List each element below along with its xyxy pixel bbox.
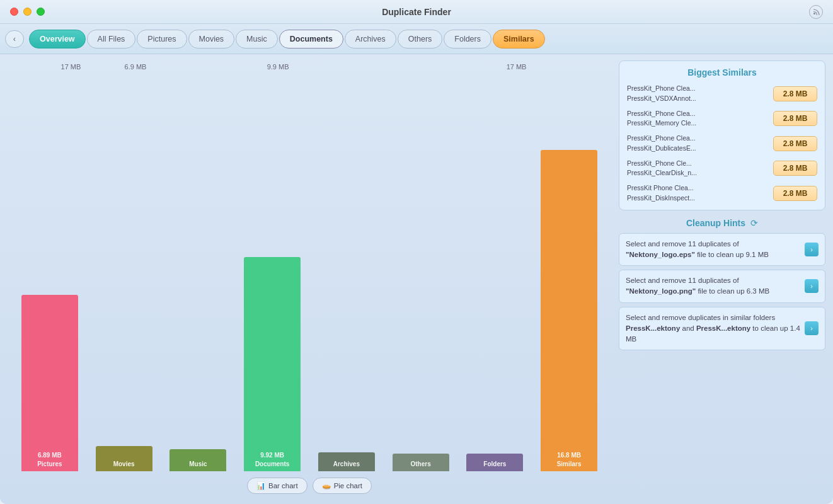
bar-group-others[interactable]: Others: [384, 73, 458, 471]
titlebar: Duplicate Finder: [0, 0, 833, 24]
cleanup-hints-section: Cleanup Hints ⟳ Select and remove 11 dup…: [619, 218, 825, 355]
bar-chart-icon: 📊: [256, 481, 265, 490]
bar-group-folders[interactable]: Folders: [458, 73, 532, 471]
cleanup-hints-title: Cleanup Hints: [686, 218, 745, 228]
tab-overview[interactable]: Overview: [29, 30, 86, 49]
chart-controls: 📊 Bar chart 🥧 Pie chart: [6, 471, 612, 498]
hint-text-1: Select and remove 11 duplicates of "Nekt…: [626, 239, 801, 261]
similar-names-5: PressKit Phone Clea... PressKit_DiskInsp…: [627, 183, 768, 203]
similar-size-4: 2.8 MB: [773, 161, 817, 176]
refresh-icon[interactable]: ⟳: [750, 218, 758, 228]
bar-others-label: Others: [393, 460, 449, 469]
bar-others[interactable]: Others: [393, 454, 449, 471]
hint-arrow-3[interactable]: ›: [805, 321, 819, 335]
similar-size-1: 2.8 MB: [773, 86, 817, 101]
bar-pictures[interactable]: 6.89 MB Pictures: [21, 295, 78, 471]
hint-text-2: Select and remove 11 duplicates of "Nekt…: [626, 275, 801, 297]
top-label-documents: 9.9 MB: [267, 63, 289, 71]
bar-similars[interactable]: 16.8 MB Similars: [541, 150, 597, 471]
chart-area: 17 MB 6.9 MB 9.9 MB 17 MB 6.89 MB Pictur…: [0, 54, 619, 504]
bar-archives-label: Archives: [318, 460, 375, 469]
hint-arrow-2[interactable]: ›: [805, 279, 819, 293]
back-button[interactable]: ‹: [5, 30, 24, 48]
bar-group-pictures[interactable]: 6.89 MB Pictures: [13, 73, 87, 471]
bar-pictures-label: 6.89 MB Pictures: [21, 451, 78, 469]
similar-row-3[interactable]: PressKit_Phone Clea... PressKit_Dublicat…: [627, 134, 817, 154]
tab-pictures[interactable]: Pictures: [137, 30, 187, 49]
bar-group-movies[interactable]: Movies: [87, 73, 161, 471]
maximize-button[interactable]: [37, 8, 45, 16]
bar-folders[interactable]: Folders: [466, 454, 523, 471]
similar-row-5[interactable]: PressKit Phone Clea... PressKit_DiskInsp…: [627, 183, 817, 203]
bar-movies-label: Movies: [96, 460, 152, 469]
bar-group-documents[interactable]: 9.92 MB Documents: [235, 73, 309, 471]
tab-music[interactable]: Music: [236, 30, 278, 49]
similar-names-4: PressKit_Phone Cle... PressKit_ClearDisk…: [627, 159, 768, 179]
svg-point-0: [813, 13, 815, 14]
bar-group-archives[interactable]: Archives: [309, 73, 384, 471]
hint-row-3[interactable]: Select and remove duplicates in similar …: [619, 307, 825, 351]
similar-row-2[interactable]: PressKit_Phone Clea... PressKit_Memory C…: [627, 109, 817, 129]
tab-similars[interactable]: Similars: [493, 30, 545, 49]
close-button[interactable]: [10, 8, 18, 16]
hint-row-1[interactable]: Select and remove 11 duplicates of "Nekt…: [619, 233, 825, 266]
top-label-movies: 6.9 MB: [125, 63, 147, 71]
similar-row-1[interactable]: PressKit_Phone Clea... PressKit_VSDXAnno…: [627, 84, 817, 104]
pie-chart-icon: 🥧: [322, 481, 331, 490]
tab-others[interactable]: Others: [398, 30, 443, 49]
tab-folders[interactable]: Folders: [444, 30, 491, 49]
app-title: Duplicate Finder: [382, 7, 451, 17]
bar-documents[interactable]: 9.92 MB Documents: [244, 257, 301, 471]
top-labels: 17 MB 6.9 MB 9.9 MB 17 MB: [6, 54, 612, 71]
tab-all-files[interactable]: All Files: [87, 30, 136, 49]
tab-movies[interactable]: Movies: [188, 30, 235, 49]
bar-group-similars[interactable]: 16.8 MB Similars: [532, 73, 606, 471]
rss-icon[interactable]: [809, 5, 823, 19]
cleanup-hints-header: Cleanup Hints ⟳: [619, 218, 825, 228]
pie-chart-button[interactable]: 🥧 Pie chart: [313, 478, 372, 494]
biggest-similars-title: Biggest Similars: [627, 67, 817, 77]
similar-size-3: 2.8 MB: [773, 136, 817, 151]
bar-music[interactable]: Music: [169, 449, 226, 471]
tabbar: ‹ Overview All Files Pictures Movies Mus…: [0, 24, 833, 54]
bar-movies[interactable]: Movies: [96, 446, 152, 471]
similar-names-2: PressKit_Phone Clea... PressKit_Memory C…: [627, 109, 768, 129]
bar-archives[interactable]: Archives: [318, 452, 375, 471]
minimize-button[interactable]: [23, 8, 32, 16]
similar-names-1: PressKit_Phone Clea... PressKit_VSDXAnno…: [627, 84, 768, 104]
hint-text-3: Select and remove duplicates in similar …: [626, 312, 801, 345]
similar-size-5: 2.8 MB: [773, 186, 817, 201]
hint-arrow-1[interactable]: ›: [805, 243, 819, 256]
traffic-lights: [10, 8, 45, 16]
bar-music-label: Music: [169, 460, 226, 469]
biggest-similars-card: Biggest Similars PressKit_Phone Clea... …: [619, 60, 825, 210]
similar-row-4[interactable]: PressKit_Phone Cle... PressKit_ClearDisk…: [627, 159, 817, 179]
bar-chart-button[interactable]: 📊 Bar chart: [247, 478, 307, 494]
bars-row: 6.89 MB Pictures Movies: [6, 73, 612, 471]
bar-folders-label: Folders: [466, 460, 523, 469]
tab-documents[interactable]: Documents: [279, 30, 343, 49]
right-panel: Biggest Similars PressKit_Phone Clea... …: [619, 54, 833, 504]
hint-row-2[interactable]: Select and remove 11 duplicates of "Nekt…: [619, 270, 825, 303]
bar-similars-label: 16.8 MB Similars: [541, 451, 597, 469]
barchart: 6.89 MB Pictures Movies: [6, 73, 612, 471]
similar-names-3: PressKit_Phone Clea... PressKit_Dublicat…: [627, 134, 768, 154]
similar-size-2: 2.8 MB: [773, 111, 817, 126]
main-content: 17 MB 6.9 MB 9.9 MB 17 MB 6.89 MB Pictur…: [0, 54, 833, 504]
bar-group-music[interactable]: Music: [161, 73, 236, 471]
tab-archives[interactable]: Archives: [345, 30, 396, 49]
top-label-similars: 17 MB: [507, 63, 527, 71]
bar-documents-label: 9.92 MB Documents: [244, 451, 301, 469]
app-window: Duplicate Finder ‹ Overview All Files Pi…: [0, 0, 833, 504]
top-label-pictures: 17 MB: [61, 63, 81, 71]
